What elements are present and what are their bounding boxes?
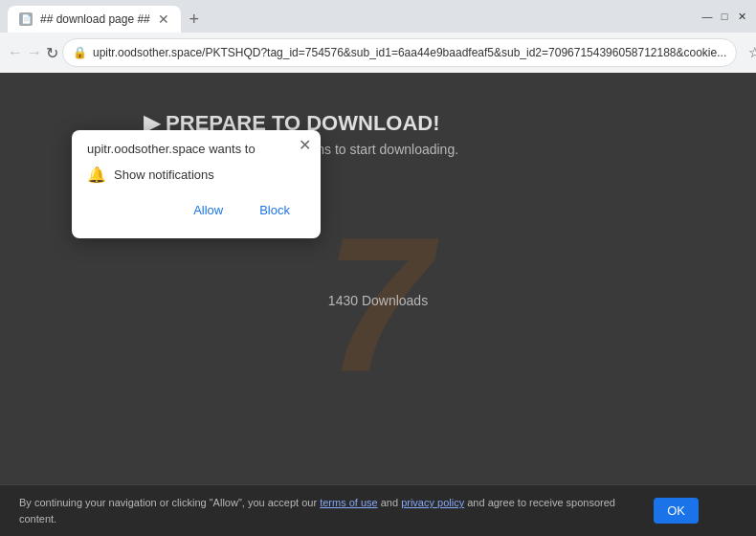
popup-row: 🔔 Show notifications	[87, 166, 305, 184]
bell-icon: 🔔	[87, 166, 106, 184]
consent-text: By continuing your navigation or clickin…	[19, 495, 646, 526]
block-button[interactable]: Block	[244, 197, 305, 223]
window-controls: — □ ✕	[700, 10, 748, 23]
popup-close-button[interactable]: ✕	[299, 138, 311, 153]
tab-title: ## download page ##	[40, 12, 150, 26]
browser-frame: 📄 ## download page ## ✕ + — □ ✕ ← → ↻ 🔒 …	[0, 0, 756, 536]
address-text: upitr.oodsother.space/PKTSHQD?tag_id=754…	[93, 46, 726, 59]
popup-buttons: Allow Block	[87, 197, 305, 223]
page-content: 7 ▶ PREPARE TO DOWNLOAD! 🔔 Enable browse…	[0, 73, 756, 536]
new-tab-button[interactable]: +	[181, 6, 208, 33]
popup-title: upitr.oodsother.space wants to	[87, 142, 305, 156]
notification-popup: ✕ upitr.oodsother.space wants to 🔔 Show …	[72, 130, 321, 238]
consent-bar: By continuing your navigation or clickin…	[0, 484, 756, 536]
lock-icon: 🔒	[73, 46, 87, 59]
tab-favicon: 📄	[19, 12, 33, 26]
privacy-policy-link[interactable]: privacy policy	[401, 497, 464, 508]
close-window-button[interactable]: ✕	[735, 10, 748, 23]
back-button[interactable]: ←	[8, 38, 23, 67]
consent-text-before: By continuing your navigation or clickin…	[19, 497, 320, 508]
download-count: 1430 Downloads	[328, 293, 428, 308]
minimize-button[interactable]: —	[700, 10, 714, 23]
maximize-button[interactable]: □	[718, 10, 731, 23]
bookmark-button[interactable]: ☆	[741, 39, 756, 66]
allow-button[interactable]: Allow	[178, 197, 238, 223]
consent-ok-button[interactable]: OK	[654, 498, 699, 524]
nav-actions: ☆ ⋮	[741, 39, 756, 66]
nav-bar: ← → ↻ 🔒 upitr.oodsother.space/PKTSHQD?ta…	[0, 33, 756, 73]
terms-of-use-link[interactable]: terms of use	[320, 497, 378, 508]
active-tab[interactable]: 📄 ## download page ## ✕	[8, 6, 181, 33]
title-bar: 📄 ## download page ## ✕ + — □ ✕	[0, 0, 756, 33]
reload-button[interactable]: ↻	[46, 38, 58, 67]
tab-area: 📄 ## download page ## ✕ +	[8, 0, 689, 33]
address-bar[interactable]: 🔒 upitr.oodsother.space/PKTSHQD?tag_id=7…	[62, 38, 737, 67]
forward-button[interactable]: →	[27, 38, 42, 67]
tab-close-button[interactable]: ✕	[158, 12, 169, 26]
show-notifications-text: Show notifications	[114, 168, 214, 182]
consent-text-middle: and	[378, 497, 401, 508]
